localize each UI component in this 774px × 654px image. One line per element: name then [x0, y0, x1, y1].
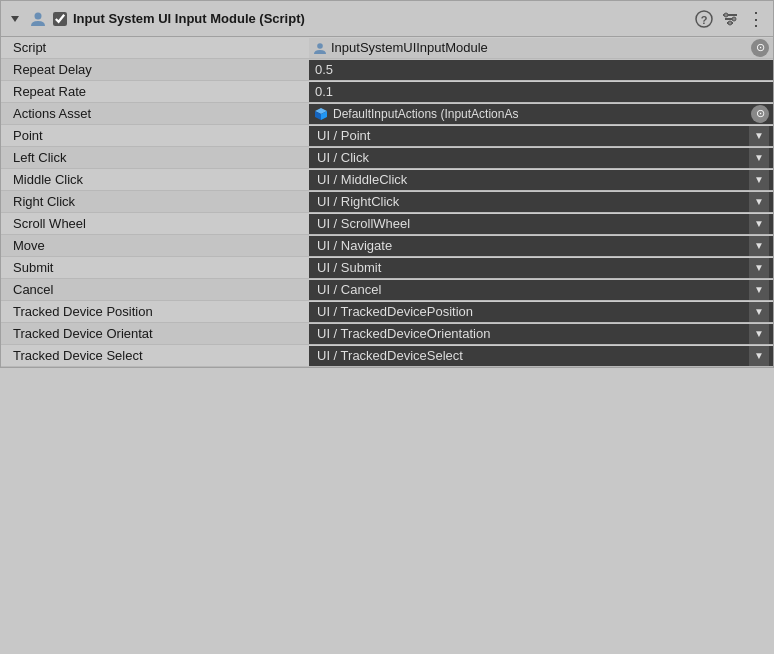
component-type-icon: [29, 10, 47, 28]
dropdown-arrow-icon[interactable]: ▼: [749, 324, 769, 344]
field-dropdown[interactable]: UI / Navigate▼: [309, 236, 773, 256]
field-label: Point: [1, 126, 309, 145]
field-row: Tracked Device SelectUI / TrackedDeviceS…: [1, 345, 773, 367]
field-row: Right ClickUI / RightClick▼: [1, 191, 773, 213]
dropdown-text: UI / Point: [313, 128, 749, 143]
component-header: Input System UI Input Module (Script) ?: [1, 1, 773, 37]
field-dropdown[interactable]: UI / ScrollWheel▼: [309, 214, 773, 234]
field-dropdown[interactable]: UI / MiddleClick▼: [309, 170, 773, 190]
field-row: Actions Asset DefaultInputActions (Input…: [1, 103, 773, 125]
dropdown-arrow-icon[interactable]: ▼: [749, 170, 769, 190]
script-type-icon: [313, 41, 327, 55]
field-label: Cancel: [1, 280, 309, 299]
dropdown-text: UI / Click: [313, 150, 749, 165]
field-row: CancelUI / Cancel▼: [1, 279, 773, 301]
field-row: PointUI / Point▼: [1, 125, 773, 147]
dropdown-text: UI / TrackedDeviceSelect: [313, 348, 749, 363]
more-button[interactable]: ⋮: [745, 8, 767, 30]
field-dropdown[interactable]: UI / TrackedDevicePosition▼: [309, 302, 773, 322]
dropdown-arrow-icon[interactable]: ▼: [749, 280, 769, 300]
field-label: Tracked Device Select: [1, 346, 309, 365]
svg-point-10: [317, 43, 323, 49]
field-label: Repeat Delay: [1, 60, 309, 79]
field-label: Repeat Rate: [1, 82, 309, 101]
field-label: Move: [1, 236, 309, 255]
dropdown-text: UI / MiddleClick: [313, 172, 749, 187]
svg-point-1: [35, 12, 42, 19]
field-dropdown[interactable]: UI / Cancel▼: [309, 280, 773, 300]
field-row: Tracked Device PositionUI / TrackedDevic…: [1, 301, 773, 323]
field-label: Submit: [1, 258, 309, 277]
field-row: MoveUI / Navigate▼: [1, 235, 773, 257]
field-asset-container: DefaultInputActions (InputActionAs⊙: [309, 104, 773, 124]
dropdown-arrow-icon[interactable]: ▼: [749, 302, 769, 322]
field-dropdown[interactable]: UI / Point▼: [309, 126, 773, 146]
dropdown-text: UI / ScrollWheel: [313, 216, 749, 231]
field-row: Repeat Rate: [1, 81, 773, 103]
field-label: Left Click: [1, 148, 309, 167]
field-dropdown[interactable]: UI / Submit▼: [309, 258, 773, 278]
svg-point-7: [724, 13, 728, 17]
field-row: Scroll WheelUI / ScrollWheel▼: [1, 213, 773, 235]
field-row: Repeat Delay: [1, 59, 773, 81]
dropdown-text: UI / TrackedDevicePosition: [313, 304, 749, 319]
asset-cube-icon: [313, 106, 329, 122]
script-label: Script: [1, 38, 309, 57]
dropdown-arrow-icon[interactable]: ▼: [749, 236, 769, 256]
fields-container: Repeat DelayRepeat RateActions Asset Def…: [1, 59, 773, 367]
script-row: Script InputSystemUIInputModule ⊙: [1, 37, 773, 59]
field-row: Middle ClickUI / MiddleClick▼: [1, 169, 773, 191]
header-buttons: ? ⋮: [693, 8, 767, 30]
field-dropdown[interactable]: UI / TrackedDeviceSelect▼: [309, 346, 773, 366]
component-title: Input System UI Input Module (Script): [73, 11, 687, 26]
dropdown-text: UI / Cancel: [313, 282, 749, 297]
dropdown-arrow-icon[interactable]: ▼: [749, 258, 769, 278]
dropdown-text: UI / Submit: [313, 260, 749, 275]
help-button[interactable]: ?: [693, 8, 715, 30]
script-select-button[interactable]: ⊙: [751, 39, 769, 57]
field-label: Scroll Wheel: [1, 214, 309, 233]
field-label: Tracked Device Position: [1, 302, 309, 321]
component-enabled-checkbox[interactable]: [53, 12, 67, 26]
dropdown-text: UI / Navigate: [313, 238, 749, 253]
svg-marker-0: [11, 16, 19, 22]
field-label: Tracked Device Orientat: [1, 324, 309, 343]
field-label: Middle Click: [1, 170, 309, 189]
settings-button[interactable]: [719, 8, 741, 30]
field-label: Right Click: [1, 192, 309, 211]
dropdown-arrow-icon[interactable]: ▼: [749, 346, 769, 366]
svg-point-9: [728, 21, 732, 25]
component-panel: Input System UI Input Module (Script) ?: [0, 0, 774, 368]
asset-text: DefaultInputActions (InputActionAs: [333, 107, 747, 121]
collapse-arrow[interactable]: [7, 11, 23, 27]
script-value-container: InputSystemUIInputModule ⊙: [309, 38, 773, 58]
field-dropdown[interactable]: UI / TrackedDeviceOrientation▼: [309, 324, 773, 344]
dropdown-text: UI / RightClick: [313, 194, 749, 209]
dropdown-arrow-icon[interactable]: ▼: [749, 148, 769, 168]
field-dropdown[interactable]: UI / Click▼: [309, 148, 773, 168]
svg-point-8: [732, 17, 736, 21]
script-name: InputSystemUIInputModule: [331, 40, 747, 55]
asset-select-button[interactable]: ⊙: [751, 105, 769, 123]
field-row: SubmitUI / Submit▼: [1, 257, 773, 279]
field-row: Left ClickUI / Click▼: [1, 147, 773, 169]
svg-text:?: ?: [701, 13, 708, 25]
dropdown-arrow-icon[interactable]: ▼: [749, 214, 769, 234]
field-dropdown[interactable]: UI / RightClick▼: [309, 192, 773, 212]
field-input[interactable]: [309, 82, 773, 102]
field-row: Tracked Device OrientatUI / TrackedDevic…: [1, 323, 773, 345]
dropdown-arrow-icon[interactable]: ▼: [749, 126, 769, 146]
field-label: Actions Asset: [1, 104, 309, 123]
dropdown-text: UI / TrackedDeviceOrientation: [313, 326, 749, 341]
field-input[interactable]: [309, 60, 773, 80]
dropdown-arrow-icon[interactable]: ▼: [749, 192, 769, 212]
